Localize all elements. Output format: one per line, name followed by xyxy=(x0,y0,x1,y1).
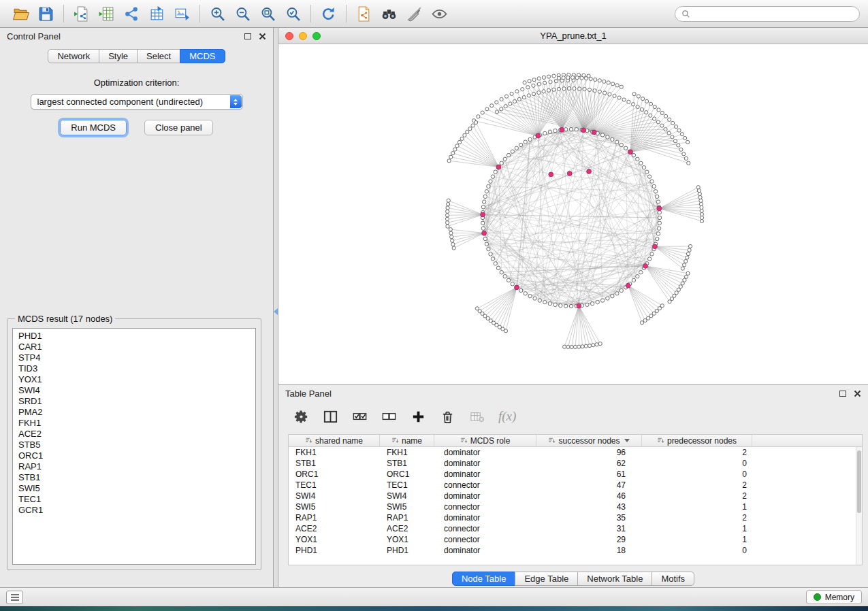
graph-node[interactable] xyxy=(699,199,703,202)
graph-edge[interactable] xyxy=(572,306,579,348)
graph-node[interactable] xyxy=(485,190,488,193)
graph-node[interactable] xyxy=(453,148,457,151)
graph-node[interactable] xyxy=(639,271,643,274)
graph-node[interactable] xyxy=(613,94,616,97)
graph-node[interactable] xyxy=(446,206,449,210)
export-image-button[interactable] xyxy=(170,3,195,24)
graph-node[interactable] xyxy=(446,225,449,228)
graph-node[interactable] xyxy=(636,275,639,278)
column-header-successor-nodes[interactable]: successor nodes xyxy=(536,435,642,446)
graph-node[interactable] xyxy=(598,90,601,93)
graph-node[interactable] xyxy=(532,84,535,87)
graph-node[interactable] xyxy=(617,96,621,99)
graph-node[interactable] xyxy=(647,175,651,178)
graph-edge[interactable] xyxy=(659,187,698,208)
graph-node[interactable] xyxy=(602,80,606,83)
graph-node[interactable] xyxy=(564,304,568,308)
graph-edge[interactable] xyxy=(659,197,700,208)
mcds-result-item[interactable]: SRD1 xyxy=(18,396,255,407)
graph-node[interactable] xyxy=(679,285,682,288)
dominator-node[interactable] xyxy=(628,150,633,154)
tab-network-table[interactable]: Network Table xyxy=(577,572,652,586)
first-neighbors-button[interactable] xyxy=(376,3,402,24)
graph-node[interactable] xyxy=(474,120,477,124)
graph-node[interactable] xyxy=(649,102,652,105)
graph-node[interactable] xyxy=(567,86,570,90)
graph-node[interactable] xyxy=(667,131,671,135)
add-row-button[interactable] xyxy=(411,409,426,425)
graph-node[interactable] xyxy=(680,133,684,136)
graph-node[interactable] xyxy=(611,137,614,141)
graph-edge[interactable] xyxy=(594,132,622,291)
graph-edge[interactable] xyxy=(502,272,561,306)
mcds-result-item[interactable]: CAR1 xyxy=(18,342,255,352)
graph-edge[interactable] xyxy=(487,137,608,244)
dominator-node[interactable] xyxy=(653,244,658,249)
graph-node[interactable] xyxy=(449,155,453,159)
mcds-result-item[interactable]: RAP1 xyxy=(18,461,255,472)
graph-node[interactable] xyxy=(494,170,497,174)
graph-node[interactable] xyxy=(504,105,507,108)
graph-node[interactable] xyxy=(620,288,623,292)
graph-edge[interactable] xyxy=(462,139,499,167)
table-row[interactable]: SWI5SWI5connector431 xyxy=(289,501,856,512)
graph-node[interactable] xyxy=(640,108,643,111)
open-session-button[interactable] xyxy=(8,3,33,24)
graph-node[interactable] xyxy=(526,86,530,89)
graph-node[interactable] xyxy=(500,97,503,101)
graph-node[interactable] xyxy=(671,135,674,139)
graph-node[interactable] xyxy=(513,100,516,103)
graph-node[interactable] xyxy=(615,84,619,87)
graph-node[interactable] xyxy=(673,139,677,143)
graph-node[interactable] xyxy=(600,133,604,137)
graph-node[interactable] xyxy=(647,257,651,261)
graph-node[interactable] xyxy=(494,262,497,265)
graph-node[interactable] xyxy=(552,88,556,91)
graph-node[interactable] xyxy=(543,300,547,303)
graph-node[interactable] xyxy=(573,345,577,348)
new-table-button[interactable] xyxy=(144,3,170,24)
graph-node[interactable] xyxy=(557,87,560,90)
graph-edge[interactable] xyxy=(645,266,683,284)
mcds-result-item[interactable]: PHD1 xyxy=(18,331,255,342)
graph-node[interactable] xyxy=(658,221,661,225)
mcds-result-item[interactable]: GCR1 xyxy=(18,505,255,516)
graph-node[interactable] xyxy=(573,87,576,90)
graph-node[interactable] xyxy=(543,81,547,84)
graph-node[interactable] xyxy=(632,153,635,156)
graph-edge[interactable] xyxy=(451,229,484,233)
graph-node[interactable] xyxy=(562,76,565,80)
graph-node[interactable] xyxy=(524,292,527,295)
graph-node[interactable] xyxy=(688,248,691,252)
graph-node[interactable] xyxy=(460,137,464,140)
graph-node[interactable] xyxy=(654,190,657,193)
scrollbar-thumb[interactable] xyxy=(857,450,861,513)
column-header-shared-name[interactable]: shared name xyxy=(289,435,380,446)
graph-node[interactable] xyxy=(696,186,700,189)
graph-edge[interactable] xyxy=(480,287,517,311)
close-window-icon[interactable] xyxy=(285,32,293,40)
graph-node[interactable] xyxy=(681,267,684,270)
tab-mcds[interactable]: MCDS xyxy=(180,49,225,63)
close-panel-button[interactable]: Close panel xyxy=(144,120,213,135)
graph-node[interactable] xyxy=(569,304,573,308)
table-row[interactable]: STB1STB1dominator620 xyxy=(289,458,856,469)
graph-node[interactable] xyxy=(569,127,573,131)
table-row[interactable]: RAP1RAP1dominator352 xyxy=(289,512,856,523)
table-row[interactable]: TEC1TEC1connector472 xyxy=(289,480,856,491)
graph-node[interactable] xyxy=(645,111,648,114)
mcds-result-item[interactable]: SWI4 xyxy=(18,385,255,396)
graph-node[interactable] xyxy=(503,157,507,161)
graph-node[interactable] xyxy=(481,227,485,230)
graph-node[interactable] xyxy=(674,125,677,129)
graph-node[interactable] xyxy=(537,91,541,95)
graph-node[interactable] xyxy=(552,74,556,78)
tab-select[interactable]: Select xyxy=(137,49,180,63)
graph-node[interactable] xyxy=(537,82,541,86)
zoom-in-button[interactable] xyxy=(205,3,230,24)
graph-node[interactable] xyxy=(677,144,680,147)
mcds-result-item[interactable]: TID3 xyxy=(18,363,255,374)
table-row[interactable]: ACE2ACE2connector311 xyxy=(289,523,856,534)
float-panel-icon[interactable] xyxy=(839,391,846,397)
graph-node[interactable] xyxy=(600,299,604,302)
